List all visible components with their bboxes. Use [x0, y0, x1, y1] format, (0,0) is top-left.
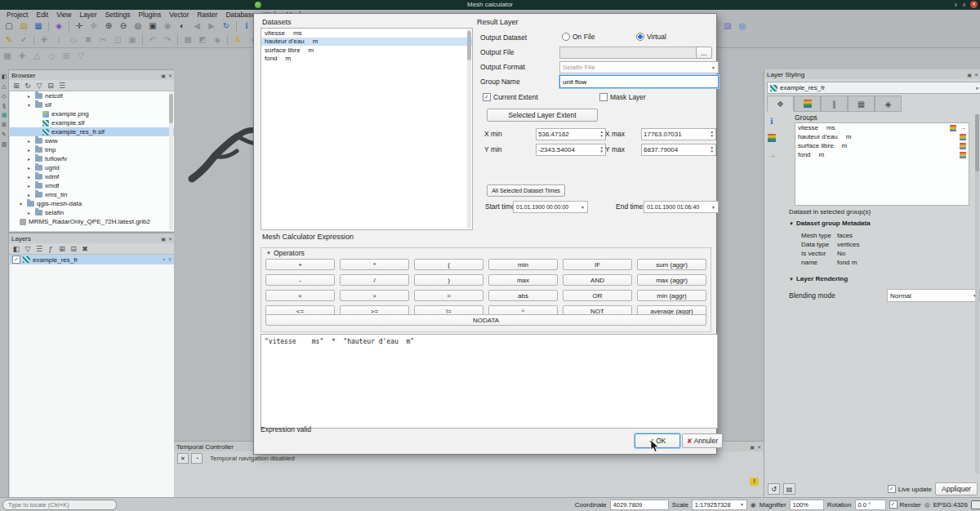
refresh-browser-icon[interactable] — [23, 82, 33, 90]
open-layer-styling-icon[interactable] — [11, 245, 21, 253]
layer-tree[interactable]: ✓ example_res_fr — [10, 255, 174, 498]
tab-metadata[interactable] — [875, 96, 902, 112]
vertex-tool-icon[interactable] — [67, 33, 80, 46]
map-themes-icon[interactable] — [34, 245, 44, 253]
operator-button[interactable]: > — [340, 290, 409, 301]
magnifier-spinbox[interactable]: 100% — [790, 500, 824, 510]
expression-editor[interactable]: "vitesse ms" * "hauteur d'eau m" — [261, 334, 718, 429]
browser-item[interactable]: selafin — [10, 208, 174, 217]
styling-scrollbar[interactable] — [975, 114, 979, 473]
georeferencer-panel-icon[interactable] — [2, 122, 7, 128]
browser-item[interactable]: slf — [10, 100, 174, 109]
browser-item[interactable]: example.png — [10, 109, 174, 118]
spin-down-icon[interactable] — [710, 150, 714, 154]
expand-icon[interactable] — [28, 192, 33, 198]
filter-expression-icon[interactable] — [46, 245, 56, 253]
tab-mesh-frame[interactable] — [821, 96, 848, 112]
output-file-input[interactable] — [559, 47, 700, 59]
browser-item[interactable]: tuflowfv — [10, 154, 174, 163]
live-update-checkbox[interactable]: ✓ Live update — [888, 485, 932, 493]
paste-features-icon[interactable] — [126, 33, 139, 46]
layer-labeling-icon[interactable] — [231, 33, 244, 46]
mesh-selection-icon[interactable] — [196, 33, 209, 46]
remove-layer-icon[interactable] — [80, 245, 90, 253]
group-row[interactable]: vitesse ms — [795, 123, 969, 132]
menu-plugins[interactable]: Plugins — [134, 11, 165, 19]
zoom-next-icon[interactable] — [205, 20, 218, 32]
browser-scrollbar[interactable] — [169, 92, 173, 230]
operator-button[interactable]: min (aggr) — [637, 290, 706, 301]
collapse-icon[interactable] — [20, 201, 24, 207]
operator-button[interactable]: ) — [414, 274, 483, 286]
pan-map-icon[interactable] — [73, 20, 86, 32]
render-checkbox[interactable]: ✓ Render — [889, 500, 921, 509]
window-titlebar[interactable]: Mesh calculator ✕ — [0, 0, 980, 10]
browser-item[interactable]: sww — [10, 136, 174, 145]
vectors-icon[interactable] — [768, 150, 776, 159]
dataset-row[interactable]: surface librem — [261, 46, 472, 55]
menu-settings[interactable]: Settings — [101, 11, 135, 19]
operator-button[interactable]: = — [414, 290, 483, 301]
browser-item[interactable]: ugrid — [10, 163, 174, 172]
cut-features-icon[interactable] — [96, 33, 109, 46]
cancel-button[interactable]: Annuler — [682, 433, 723, 448]
browser-item[interactable]: example.slf — [10, 118, 174, 127]
group-row[interactable]: surface libre m — [795, 141, 969, 150]
close-panel-icon[interactable] — [757, 444, 761, 450]
operator-button[interactable]: abs — [488, 290, 558, 301]
refresh-map-icon[interactable] — [220, 20, 233, 32]
log-messages-icon[interactable]: ! — [750, 478, 759, 486]
collapse-all-icon[interactable] — [46, 82, 56, 90]
rendering-section-header[interactable]: Layer Rendering — [789, 275, 848, 282]
datasets-list[interactable]: vitessems hauteur d'eaum surface librem … — [261, 28, 473, 230]
operator-button[interactable]: * — [340, 259, 409, 270]
crs-status[interactable]: EPSG:4326 — [933, 501, 968, 509]
tab-3d-view[interactable] — [848, 96, 875, 112]
save-layer-edits-icon[interactable] — [17, 33, 30, 46]
nodata-button[interactable]: NODATA — [265, 314, 706, 326]
mesh-transform-icon[interactable] — [211, 33, 224, 46]
styling-layer-select[interactable]: example_res_fr — [767, 82, 980, 94]
processing-icon[interactable] — [2, 103, 6, 109]
apply-button[interactable]: Appliquer — [935, 482, 978, 495]
operator-button[interactable]: OR — [563, 290, 632, 301]
spin-down-icon[interactable] — [710, 135, 714, 139]
y-max-spinbox[interactable]: 6837.79004 — [641, 144, 716, 156]
collapse-icon[interactable] — [266, 251, 271, 256]
dataset-row[interactable]: vitessems — [261, 29, 472, 38]
operator-button[interactable]: / — [340, 274, 409, 286]
mesh-tools-icon[interactable] — [2, 112, 7, 118]
redo-icon[interactable] — [161, 33, 174, 46]
browser-properties-icon[interactable] — [57, 82, 67, 90]
browser-item[interactable]: tmp — [10, 145, 174, 154]
rotation-spinbox[interactable]: 0.0 ° — [855, 500, 886, 510]
pan-to-selection-icon[interactable] — [87, 20, 100, 32]
collapse-icon[interactable] — [789, 221, 794, 226]
virtual-radio[interactable]: Virtual — [636, 33, 666, 41]
toggle-editing-icon[interactable] — [2, 33, 16, 46]
mesh-digitizing-icon[interactable] — [181, 33, 194, 46]
y-min-spinbox[interactable]: -2343.54004 — [536, 144, 606, 156]
mesh-force-icon[interactable] — [60, 50, 73, 62]
minimize-icon[interactable] — [954, 2, 958, 8]
copy-features-icon[interactable] — [111, 33, 124, 46]
on-file-radio[interactable]: On File — [562, 33, 595, 41]
contour-toggle-icon[interactable] — [960, 134, 966, 140]
menu-edit[interactable]: Edit — [32, 11, 52, 19]
general-info-icon[interactable] — [770, 117, 773, 126]
style-manager-icon[interactable] — [52, 20, 65, 32]
collapse-icon[interactable] — [789, 277, 794, 282]
mesh-edit-icon[interactable] — [1, 50, 14, 62]
add-selected-layers-icon[interactable] — [11, 82, 21, 90]
new-project-icon[interactable] — [2, 20, 16, 32]
mask-layer-checkbox[interactable]: Mask Layer — [599, 93, 646, 101]
start-time-select[interactable]: 01.01.1900 00:00:00 — [513, 201, 588, 213]
menu-layer[interactable]: Layer — [75, 11, 100, 19]
lock-scale-icon[interactable] — [751, 501, 756, 509]
zoom-native-icon[interactable] — [131, 20, 145, 32]
operator-button[interactable]: IF — [563, 259, 632, 270]
mesh-options-icon[interactable] — [74, 50, 87, 62]
close-icon[interactable]: ✕ — [970, 1, 978, 8]
browser-item[interactable]: netcdf — [10, 91, 174, 100]
collapse-icon[interactable] — [28, 102, 33, 108]
